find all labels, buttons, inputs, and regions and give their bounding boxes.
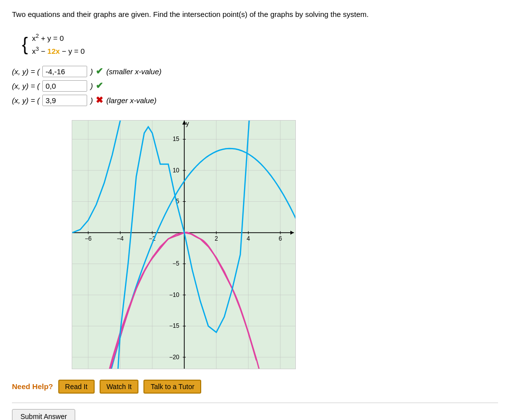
answer-row-1: (x, y) = ( ) ✔ (smaller x-value) (12, 66, 498, 77)
svg-text:10: 10 (173, 167, 180, 174)
brace-icon: { (22, 34, 28, 54)
equation-2: x3 − 12x − y = 0 (32, 44, 85, 58)
correct-icon-1: ✔ (96, 66, 103, 77)
submit-answer-button[interactable]: Submit Answer (12, 409, 75, 420)
answer-input-3[interactable] (42, 95, 87, 106)
answer-note-1: (smaller x-value) (106, 67, 161, 76)
svg-text:−4: −4 (117, 235, 124, 242)
svg-text:−5: −5 (172, 260, 179, 267)
answers-section: (x, y) = ( ) ✔ (smaller x-value) (x, y) … (12, 66, 498, 106)
svg-text:y: y (186, 120, 189, 127)
talk-to-tutor-button[interactable]: Talk to a Tutor (143, 380, 201, 394)
svg-text:−6: −6 (85, 235, 92, 242)
answer-row-3: (x, y) = ( ) ✖ (larger x-value) (12, 95, 498, 106)
watch-it-button[interactable]: Watch It (100, 380, 139, 394)
svg-text:2: 2 (215, 235, 218, 242)
help-row: Need Help? Read It Watch It Talk to a Tu… (12, 380, 498, 394)
equation-system: { x2 + y = 0 x3 − 12x − y = 0 (22, 31, 85, 58)
svg-text:6: 6 (279, 235, 282, 242)
equation-1: x2 + y = 0 (32, 31, 85, 45)
answer-input-1[interactable] (42, 66, 87, 77)
svg-text:−20: −20 (169, 354, 180, 361)
answer-input-2[interactable] (42, 80, 87, 92)
answer-row-2: (x, y) = ( ) ✔ (12, 80, 498, 92)
graph-wrapper: /* graph drawn inline */ x y −6 (72, 120, 296, 369)
svg-text:−10: −10 (169, 291, 180, 298)
svg-text:4: 4 (247, 235, 250, 242)
svg-text:x: x (295, 229, 296, 236)
svg-text:15: 15 (173, 136, 180, 142)
incorrect-icon-3: ✖ (96, 95, 103, 106)
correct-icon-2: ✔ (96, 80, 103, 91)
svg-text:−15: −15 (169, 322, 180, 329)
answer-label-3: (x, y) = ( (12, 96, 39, 105)
problem-description: Two equations and their graphs are given… (12, 9, 498, 20)
answer-label-1: (x, y) = ( (12, 67, 39, 76)
answer-label-2: (x, y) = ( (12, 82, 39, 90)
divider (12, 403, 498, 403)
need-help-label: Need Help? (12, 382, 53, 391)
read-it-button[interactable]: Read It (58, 380, 95, 394)
graph-svg: /* graph drawn inline */ x y −6 (72, 120, 296, 369)
answer-note-3: (larger x-value) (106, 96, 156, 105)
